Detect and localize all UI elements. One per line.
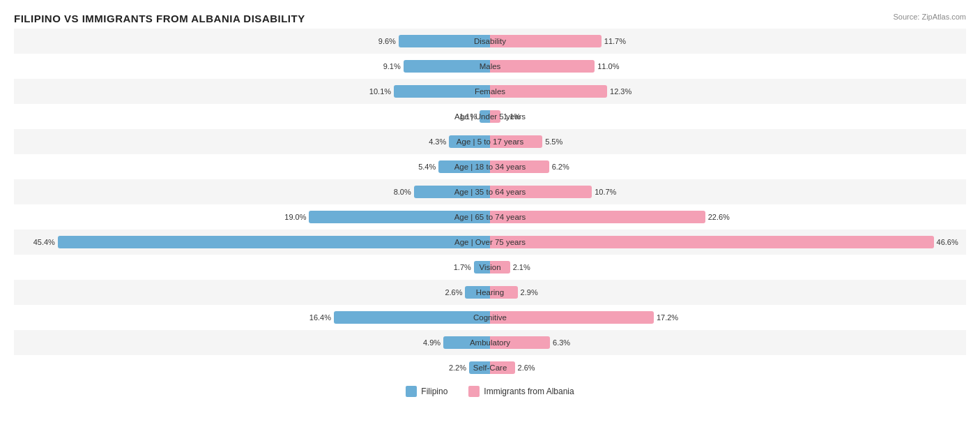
center-label: Vision: [479, 263, 500, 271]
legend-albania: Immigrants from Albania: [468, 386, 574, 397]
bar-left: [334, 311, 490, 324]
center-label: Age | Over 75 years: [454, 238, 526, 246]
chart-row: 45.4%46.6%Age | Over 75 years: [14, 230, 966, 255]
value-right: 2.1%: [513, 263, 530, 271]
value-left: 45.4%: [33, 238, 55, 246]
value-left: 4.3%: [429, 137, 446, 146]
legend-filipino-label: Filipino: [421, 387, 447, 396]
value-left: 16.4%: [309, 313, 331, 322]
value-left: 2.6%: [445, 288, 462, 297]
chart-row: 10.1%12.3%Females: [14, 79, 966, 104]
value-right: 5.5%: [545, 137, 562, 146]
center-label: Cognitive: [473, 313, 507, 322]
center-label: Age | 5 to 17 years: [457, 137, 523, 146]
bar-right: [490, 311, 654, 324]
value-left: 4.9%: [423, 338, 441, 347]
value-right: 6.2%: [552, 163, 569, 171]
center-label: Age | Under 5 years: [454, 112, 526, 121]
center-label: Age | 65 to 74 years: [454, 213, 526, 221]
chart-row: 2.6%2.9%Hearing: [14, 280, 966, 305]
value-right: 10.7%: [595, 188, 616, 196]
chart-row: 8.0%10.7%Age | 35 to 64 years: [14, 179, 966, 204]
chart-row: 1.1%1.1%Age | Under 5 years: [14, 104, 966, 129]
chart-row: 1.7%2.1%Vision: [14, 255, 966, 280]
chart-row: 5.4%6.2%Age | 18 to 34 years: [14, 154, 966, 179]
legend: Filipino Immigrants from Albania: [14, 386, 966, 397]
value-left: 8.0%: [394, 188, 411, 196]
value-left: 1.7%: [454, 263, 471, 271]
bar-left: [58, 236, 490, 248]
legend-albania-label: Immigrants from Albania: [484, 387, 574, 396]
bar-right: [490, 60, 595, 73]
bar-right: [490, 35, 602, 47]
center-label: Hearing: [476, 288, 504, 297]
value-left: 5.4%: [418, 163, 436, 171]
chart-row: 9.6%11.7%Disability: [14, 29, 966, 54]
value-left: 2.2%: [449, 364, 466, 372]
value-right: 46.6%: [937, 238, 958, 246]
value-left: 19.0%: [284, 213, 306, 221]
bar-left: [404, 60, 490, 73]
value-left: 10.1%: [369, 87, 391, 96]
bar-right: [490, 85, 607, 98]
center-label: Females: [475, 87, 505, 96]
value-left: 9.1%: [383, 62, 401, 70]
value-right: 11.7%: [604, 37, 626, 45]
value-right: 17.2%: [657, 313, 678, 322]
chart-row: 16.4%17.2%Cognitive: [14, 305, 966, 330]
chart-area: 9.6%11.7%Disability9.1%11.0%Males10.1%12…: [14, 29, 966, 370]
chart-row: 9.1%11.0%Males: [14, 54, 966, 79]
value-right: 2.9%: [521, 288, 538, 297]
center-label: Males: [480, 62, 501, 70]
chart-title: FILIPINO VS IMMIGRANTS FROM ALBANIA DISA…: [14, 13, 966, 24]
legend-filipino: Filipino: [406, 386, 447, 397]
legend-albania-box: [468, 386, 480, 397]
value-right: 2.6%: [518, 364, 535, 372]
source-text: Source: ZipAtlas.com: [893, 13, 966, 21]
center-label: Self-Care: [473, 364, 507, 372]
bar-right: [490, 236, 934, 248]
chart-row: 2.2%2.6%Self-Care: [14, 355, 966, 380]
center-label: Ambulatory: [470, 338, 510, 347]
value-right: 11.0%: [597, 62, 619, 70]
value-left: 9.6%: [378, 37, 396, 45]
chart-row: 4.9%6.3%Ambulatory: [14, 330, 966, 355]
value-right: 6.3%: [553, 338, 570, 347]
chart-row: 4.3%5.5%Age | 5 to 17 years: [14, 129, 966, 154]
center-label: Age | 18 to 34 years: [454, 163, 526, 171]
center-label: Disability: [474, 37, 506, 45]
chart-container: FILIPINO VS IMMIGRANTS FROM ALBANIA DISA…: [0, 0, 980, 427]
value-right: 12.3%: [610, 87, 631, 96]
legend-filipino-box: [406, 386, 417, 397]
value-right: 22.6%: [708, 213, 730, 221]
center-label: Age | 35 to 64 years: [454, 188, 526, 196]
chart-row: 19.0%22.6%Age | 65 to 74 years: [14, 204, 966, 230]
